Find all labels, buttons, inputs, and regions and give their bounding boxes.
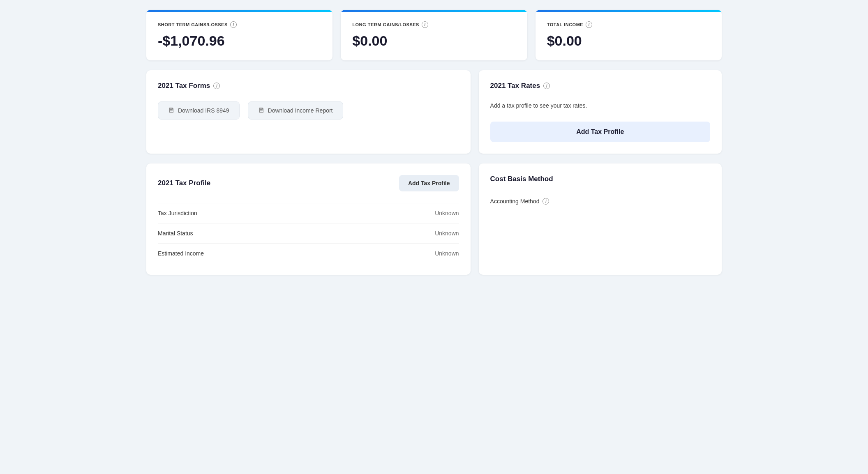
marital-status-value: Unknown [435,230,459,237]
tax-forms-info-icon[interactable]: i [213,83,220,89]
cost-basis-title: Cost Basis Method [490,175,710,183]
tax-profile-title: 2021 Tax Profile [158,179,210,187]
marital-status-label: Marital Status [158,230,193,237]
short-term-value: -$1,070.96 [158,33,321,49]
total-income-value: $0.00 [547,33,710,49]
stats-row: SHORT TERM GAINS/LOSSES i -$1,070.96 LON… [146,10,722,60]
doc-icon-irs: 🖹 [168,107,175,114]
tax-forms-title: 2021 Tax Forms i [158,82,459,90]
tax-jurisdiction-row: Tax Jurisdiction Unknown [158,203,459,223]
download-income-button[interactable]: 🖹 Download Income Report [248,101,343,120]
bottom-row: 2021 Tax Profile Add Tax Profile Tax Jur… [146,163,722,275]
accounting-method-info-icon[interactable]: i [542,198,549,205]
long-term-value: $0.00 [352,33,515,49]
total-income-card: TOTAL INCOME i $0.00 [536,10,722,60]
long-term-label: LONG TERM GAINS/LOSSES i [352,21,515,28]
tax-jurisdiction-label: Tax Jurisdiction [158,210,197,216]
long-term-info-icon[interactable]: i [422,21,428,28]
tax-profile-header: 2021 Tax Profile Add Tax Profile [158,175,459,191]
accounting-method-row: Accounting Method i [490,195,710,205]
tax-profile-card: 2021 Tax Profile Add Tax Profile Tax Jur… [146,163,471,275]
page-container: SHORT TERM GAINS/LOSSES i -$1,070.96 LON… [146,10,722,275]
total-income-label: TOTAL INCOME i [547,21,710,28]
middle-row: 2021 Tax Forms i 🖹 Download IRS 8949 🖹 D… [146,70,722,154]
estimated-income-label: Estimated Income [158,250,204,257]
marital-status-row: Marital Status Unknown [158,223,459,243]
tax-forms-card: 2021 Tax Forms i 🖹 Download IRS 8949 🖹 D… [146,70,471,154]
accounting-method-label: Accounting Method [490,198,540,205]
doc-icon-income: 🖹 [258,107,265,114]
short-term-info-icon[interactable]: i [230,21,237,28]
add-tax-profile-button-rates[interactable]: Add Tax Profile [490,122,710,142]
tax-rates-title: 2021 Tax Rates i [490,82,710,90]
cost-basis-card: Cost Basis Method Accounting Method i [479,163,722,275]
short-term-card: SHORT TERM GAINS/LOSSES i -$1,070.96 [146,10,332,60]
tax-rates-description: Add a tax profile to see your tax rates. [490,101,710,110]
estimated-income-row: Estimated Income Unknown [158,243,459,263]
estimated-income-value: Unknown [435,250,459,257]
tax-rates-info-icon[interactable]: i [543,83,550,89]
tax-jurisdiction-value: Unknown [435,210,459,216]
total-income-info-icon[interactable]: i [586,21,592,28]
long-term-card: LONG TERM GAINS/LOSSES i $0.00 [341,10,527,60]
download-irs-button[interactable]: 🖹 Download IRS 8949 [158,101,240,120]
add-tax-profile-button-profile[interactable]: Add Tax Profile [399,175,459,191]
forms-buttons: 🖹 Download IRS 8949 🖹 Download Income Re… [158,101,459,120]
short-term-label: SHORT TERM GAINS/LOSSES i [158,21,321,28]
tax-rates-card: 2021 Tax Rates i Add a tax profile to se… [479,70,722,154]
